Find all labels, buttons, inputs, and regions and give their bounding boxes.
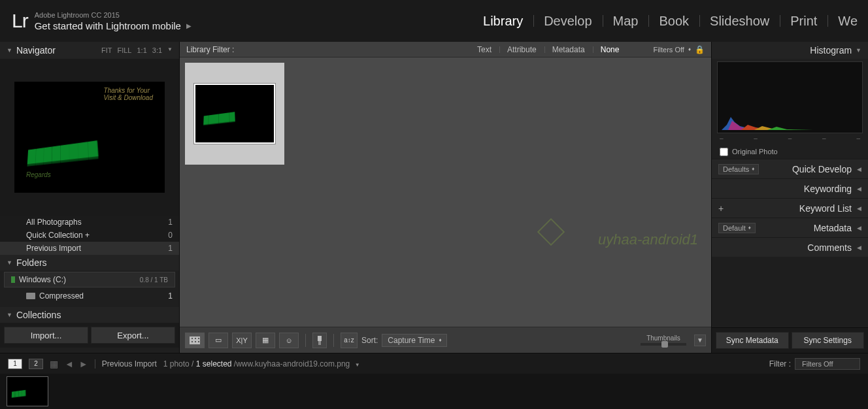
navigator-header[interactable]: ▼ Navigator FIT FILL 1:1 3:1 ▼ [0,42,179,59]
filmstrip-cell[interactable]: ████ [7,376,48,406]
catalog-item-label: Quick Collection + [26,231,90,240]
navigator-preview[interactable]: Thanks for YourVisit & Download ████████… [0,59,179,216]
catalog-item-label: Previous Import [26,244,81,253]
filter-tabs: Text Attribute Metadata None [469,45,627,54]
quick-develop-preset-dropdown[interactable]: Defaults♦ [718,164,759,174]
navigator-zoom: FIT FILL 1:1 3:1 ▼ [101,46,173,54]
nav-forward-icon[interactable]: ► [79,359,88,369]
sort-direction-button[interactable]: a↕z [341,333,358,348]
separator [95,359,95,368]
svg-rect-1 [318,341,321,345]
keyword-list-section[interactable]: + Keyword List ◀ [712,198,868,218]
catalog-previous-import[interactable]: Previous Import 1 [0,242,179,255]
compare-view-button[interactable]: X|Y [232,333,252,348]
folder-row[interactable]: Compressed 1 [0,289,179,303]
comments-section[interactable]: Comments ◀ [712,237,868,257]
thumbnail[interactable]: ██████ [194,84,275,144]
photo-count: 1 photo / [163,359,194,368]
subtitle-text: Get started with Lightroom mobile [35,20,181,31]
thumbnail-size-slider[interactable]: Thumbnails [641,335,686,346]
catalog-quick-collection[interactable]: Quick Collection + 0 [0,229,179,242]
filters-off-dropdown[interactable]: Filters Off [653,46,684,54]
original-photo-checkbox[interactable] [720,148,728,156]
histogram-header[interactable]: Histogram ▼ [712,42,868,59]
slider-knob[interactable] [661,341,668,348]
right-panel: Histogram ▼ ––––– Original Photo De [711,42,868,353]
keywording-section[interactable]: Keywording ◀ [712,178,868,198]
grid-view-button[interactable] [185,333,205,348]
painter-button[interactable] [312,333,327,348]
sync-settings-button[interactable]: Sync Settings [792,332,865,349]
filter-tab-text[interactable]: Text [469,45,499,54]
separator [305,334,306,347]
volume-status-icon [11,276,15,283]
module-book[interactable]: Book [648,14,699,29]
zoom-3-1[interactable]: 3:1 [152,46,162,54]
metadata-preset-dropdown[interactable]: Default♦ [718,223,756,233]
volume-size: 0.8 / 1 TB [140,276,168,284]
module-library[interactable]: Library [473,14,533,29]
chevron-left-icon: ◀ [857,166,861,172]
histogram[interactable] [717,61,863,133]
module-develop[interactable]: Develop [533,14,602,29]
sync-metadata-button[interactable]: Sync Metadata [716,332,789,349]
file-path: /www.kuyhaa-android19.com.png [234,359,350,368]
filter-tab-none[interactable]: None [593,45,627,54]
chevron-down-icon[interactable]: ▼ [167,46,173,54]
filter-dropdown[interactable]: Filters Off [795,358,860,370]
library-filter-bar: Library Filter : Text Attribute Metadata… [180,42,711,57]
collections-header[interactable]: ▼ Collections [0,307,179,323]
catalog-all-photographs[interactable]: All Photographs 1 [0,216,179,229]
zoom-fit[interactable]: FIT [101,46,112,54]
left-panel: ▼ Navigator FIT FILL 1:1 3:1 ▼ Thanks fo… [0,42,180,353]
histogram-title: Histogram [810,45,852,56]
folders-header[interactable]: ▼ Folders [0,255,179,270]
filmstrip-decor: ████ [12,390,26,397]
module-slideshow[interactable]: Slideshow [699,14,780,29]
nav-back-icon[interactable]: ◄ [65,359,74,369]
zoom-1-1[interactable]: 1:1 [137,46,146,54]
right-panel-spacer [712,257,868,327]
volume-row[interactable]: Windows (C:) 0.8 / 1 TB [4,272,175,287]
preset-value: Defaults [723,165,749,173]
breadcrumb-source[interactable]: Previous Import [102,359,157,368]
survey-view-button[interactable]: ▦ [256,333,275,348]
grid-cell[interactable]: ██████ [185,63,284,165]
screen-2-button[interactable]: 2 [29,359,43,369]
folder-icon [26,293,35,299]
metadata-section[interactable]: Default♦ Metadata ◀ [712,218,868,237]
center-panel: Library Filter : Text Attribute Metadata… [180,42,711,353]
chevron-updown-icon[interactable]: ♦ [688,46,691,52]
sort-dropdown[interactable]: Capture Time ♦ [382,334,447,347]
filmstrip[interactable]: ████ [0,374,868,409]
module-web[interactable]: We [827,14,868,29]
collections-title: Collections [16,310,61,320]
slider-track[interactable] [641,343,686,346]
preview-decor-top: Thanks for YourVisit & Download [104,87,153,101]
loupe-view-button[interactable]: ▭ [209,333,228,348]
svg-rect-0 [318,336,322,341]
chevron-left-icon: ◀ [857,225,861,231]
chevron-down-icon[interactable]: ▼ [355,362,360,368]
navigator-image: Thanks for YourVisit & Download ████████… [14,82,165,193]
zoom-fill[interactable]: FILL [117,46,131,54]
lock-icon[interactable]: 🔒 [695,45,705,54]
quick-develop-section[interactable]: Defaults♦ Quick Develop ◀ [712,159,868,178]
toolbar-expand-button[interactable]: ▼ [694,335,706,346]
subtitle-link[interactable]: Get started with Lightroom mobile ▶ [35,20,192,31]
module-print[interactable]: Print [780,14,827,29]
bottom-filter: Filter : Filters Off [769,358,860,370]
secondary-display-icon[interactable]: ▦ [50,359,58,369]
screen-1-button[interactable]: 1 [8,359,22,369]
folder-count: 1 [168,291,173,301]
plus-icon[interactable]: + [718,203,724,214]
preview-decor-text: ████████ [27,140,98,163]
grid-view[interactable]: ██████ uyhaa-android1 [180,57,711,327]
filter-tab-metadata[interactable]: Metadata [544,45,593,54]
navigator-title: Navigator [16,45,56,56]
export-button[interactable]: Export... [91,327,175,344]
people-view-button[interactable]: ☺ [279,333,299,348]
filter-tab-attribute[interactable]: Attribute [499,45,544,54]
import-button[interactable]: Import... [4,327,88,344]
module-map[interactable]: Map [603,14,649,29]
